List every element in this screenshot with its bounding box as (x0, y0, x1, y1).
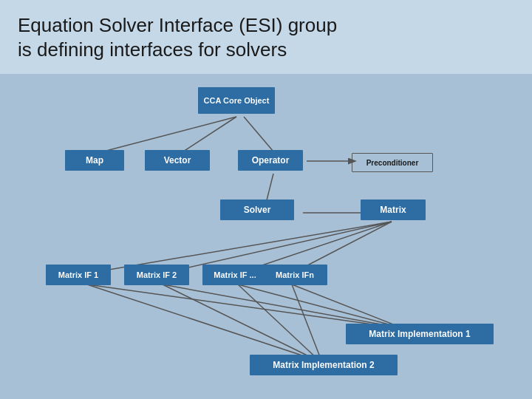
box-solver: Solver (220, 200, 294, 220)
svg-line-1 (183, 117, 236, 151)
diagram-svg (0, 74, 532, 399)
box-operator: Operator (238, 150, 303, 171)
title-area: Equation Solver Interface (ESI) group is… (0, 0, 532, 74)
box-matrix-impl2: Matrix Implementation 2 (250, 355, 398, 375)
svg-line-4 (266, 174, 273, 203)
title-line1: Equation Solver Interface (ESI) group (18, 14, 337, 36)
box-matrix-if2: Matrix IF 2 (124, 265, 189, 285)
box-matrix-if1: Matrix IF 1 (46, 265, 111, 285)
slide-title: Equation Solver Interface (ESI) group is… (18, 13, 514, 61)
svg-line-0 (103, 117, 236, 151)
box-matrix-ifn: Matrix IFn (262, 265, 327, 285)
svg-line-15 (163, 284, 318, 361)
box-cca-core-object: CCA Core Object (198, 87, 275, 114)
box-preconditioner: Preconditioner (352, 153, 433, 172)
box-matrix: Matrix (361, 200, 426, 220)
diagram-area: CCA Core Object Map Vector Operator Prec… (0, 74, 532, 399)
svg-line-2 (244, 117, 273, 151)
title-line2: is defining interfaces for solvers (18, 38, 287, 61)
box-map: Map (65, 150, 124, 171)
box-vector: Vector (145, 150, 210, 171)
box-matrix-if-dots: Matrix IF ... (202, 265, 267, 285)
box-matrix-impl1: Matrix Implementation 1 (346, 324, 494, 344)
